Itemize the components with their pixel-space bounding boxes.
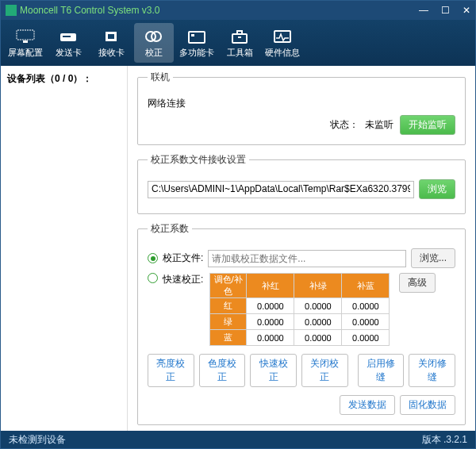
tab-calibration[interactable]: 校正 (134, 23, 174, 63)
chip-icon (101, 28, 121, 45)
svg-rect-8 (189, 32, 205, 43)
enable-seamfix-button[interactable]: 启用修缝 (358, 354, 405, 387)
table-row: 绿0.00000.00000.0000 (210, 314, 390, 330)
tab-sender-card[interactable]: 发送卡 (48, 23, 88, 63)
col-head-2: 补绿 (294, 274, 342, 298)
footer-version: 版本 .3.2.1 (422, 433, 467, 447)
svg-rect-5 (108, 34, 114, 39)
advanced-button[interactable]: 高级 (399, 273, 436, 293)
recv-legend: 校正系数文件接收设置 (148, 153, 249, 167)
maximize-button[interactable]: ☐ (441, 5, 450, 16)
col-head-0: 调色/补色 (210, 274, 247, 298)
tab-toolbox[interactable]: 工具箱 (220, 23, 259, 63)
main-panel: 联机 网络连接 状态： 未监听 开始监听 校正系数文件接收设置 浏览 校正系数 … (128, 66, 475, 431)
main-toolbar: 屏幕配置 发送卡 接收卡 校正 多功能卡 工具箱 硬件信息 (1, 20, 475, 66)
status-value: 未监听 (365, 118, 393, 132)
svg-rect-11 (237, 31, 242, 34)
tab-receiver-card[interactable]: 接收卡 (91, 23, 131, 63)
svg-rect-9 (191, 34, 194, 36)
connect-fieldset: 联机 网络连接 状态： 未监听 开始监听 (137, 71, 466, 145)
close-button[interactable]: ✕ (463, 5, 470, 16)
send-data-button[interactable]: 发送数据 (340, 395, 395, 415)
table-row: 蓝0.00000.00000.0000 (210, 330, 390, 346)
recv-fieldset: 校正系数文件接收设置 浏览 (137, 153, 466, 214)
title-bar: Mooncell T6 Control System v3.0 — ☐ ✕ (1, 1, 475, 20)
file-mode-radio[interactable] (148, 253, 158, 263)
svg-rect-13 (274, 31, 290, 42)
solidify-data-button[interactable]: 固化数据 (400, 395, 455, 415)
svg-rect-1 (23, 40, 28, 43)
connect-legend: 联机 (148, 71, 173, 84)
chroma-calib-button[interactable]: 色度校正 (199, 354, 246, 387)
table-row: 红0.00000.00000.0000 (210, 298, 390, 314)
svg-rect-0 (17, 30, 34, 40)
status-bar: 未检测到设备 版本 .3.2.1 (1, 431, 475, 448)
quick-calib-button[interactable]: 快速校正 (250, 354, 297, 387)
device-list-header: 设备列表（0 / 0）： (7, 72, 121, 86)
quick-mode-radio[interactable] (148, 273, 158, 283)
svg-rect-12 (238, 36, 241, 38)
col-head-1: 补红 (247, 274, 294, 298)
recv-path-input[interactable] (148, 181, 414, 198)
recv-browse-button[interactable]: 浏览 (419, 179, 455, 199)
tab-multifunction-card[interactable]: 多功能卡 (177, 23, 217, 63)
brightness-calib-button[interactable]: 亮度校正 (148, 354, 194, 387)
quick-calib-table: 调色/补色 补红 补绿 补蓝 红0.00000.00000.0000 绿0.00… (209, 273, 390, 346)
svg-rect-3 (63, 36, 71, 37)
status-label: 状态： (330, 118, 359, 132)
start-listen-button[interactable]: 开始监听 (400, 115, 455, 135)
tab-hardware-info[interactable]: 硬件信息 (263, 23, 302, 63)
close-seamfix-button[interactable]: 关闭修缝 (409, 354, 455, 387)
coef-fieldset: 校正系数 校正文件: 浏览... 快速校正: 调色/补色 补红 补绿 补蓝 (137, 222, 466, 425)
calibration-icon (144, 28, 164, 45)
window-title: Mooncell T6 Control System v3.0 (20, 5, 419, 16)
calib-file-input[interactable] (208, 250, 406, 267)
quick-calib-label: 快速校正: (163, 273, 203, 286)
app-logo-icon (6, 5, 17, 16)
network-connection-label: 网络连接 (148, 97, 186, 110)
footer-status: 未检测到设备 (9, 433, 66, 447)
calib-file-browse-button[interactable]: 浏览... (411, 248, 455, 268)
minimize-button[interactable]: — (419, 5, 428, 16)
drive-icon (58, 28, 79, 45)
pulse-icon (272, 28, 293, 45)
device-sidebar: 设备列表（0 / 0）： (1, 66, 128, 431)
toolbox-icon (229, 28, 250, 45)
coef-legend: 校正系数 (148, 222, 192, 236)
tab-screen-config[interactable]: 屏幕配置 (6, 23, 45, 63)
svg-rect-10 (232, 34, 247, 43)
monitor-icon (15, 28, 36, 45)
close-calib-button[interactable]: 关闭校正 (301, 354, 348, 387)
card-icon (186, 28, 207, 45)
calib-file-label: 校正文件: (163, 251, 203, 265)
col-head-3: 补蓝 (342, 274, 390, 298)
